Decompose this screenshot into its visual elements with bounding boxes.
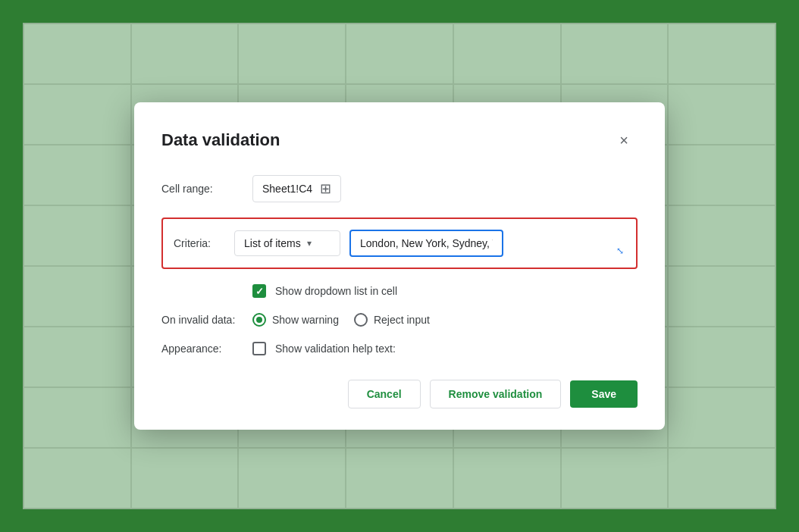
criteria-label: Criteria: xyxy=(174,237,225,249)
radio-group: Show warning Reject input xyxy=(252,313,430,327)
radio-empty-icon xyxy=(354,313,368,327)
criteria-section: Criteria: List of items ▾ ⤡ xyxy=(161,217,638,269)
radio-reject-input-label: Reject input xyxy=(374,314,430,326)
appearance-label: Appearance: xyxy=(161,343,252,355)
remove-validation-button[interactable]: Remove validation xyxy=(430,380,562,408)
radio-show-warning-label: Show warning xyxy=(272,314,339,326)
radio-reject-input[interactable]: Reject input xyxy=(354,313,430,327)
checkmark-icon: ✓ xyxy=(255,286,264,297)
cell-range-value: Sheet1!C4 xyxy=(262,183,312,195)
modal-title: Data validation xyxy=(161,130,280,150)
radio-filled-icon xyxy=(252,313,266,327)
cell-range-row: Cell range: Sheet1!C4 ⊞ xyxy=(161,175,638,202)
cancel-button[interactable]: Cancel xyxy=(348,380,421,408)
show-dropdown-row: ✓ Show dropdown list in cell xyxy=(161,284,638,298)
appearance-row: Appearance: Show validation help text: xyxy=(161,342,638,355)
show-dropdown-checkbox[interactable]: ✓ xyxy=(252,284,266,298)
criteria-text-input[interactable] xyxy=(349,230,503,257)
appearance-checkbox-label: Show validation help text: xyxy=(275,343,396,355)
on-invalid-label: On invalid data: xyxy=(161,314,252,326)
appearance-checkbox[interactable] xyxy=(252,342,266,355)
grid-select-icon[interactable]: ⊞ xyxy=(320,180,331,197)
close-button[interactable]: × xyxy=(610,127,638,154)
radio-show-warning[interactable]: Show warning xyxy=(252,313,339,327)
criteria-dropdown[interactable]: List of items ▾ xyxy=(234,230,340,256)
resize-handle-icon: ⤡ xyxy=(616,246,624,255)
chevron-down-icon: ▾ xyxy=(307,238,312,249)
modal-footer: Cancel Remove validation Save xyxy=(161,380,638,408)
data-validation-dialog: Data validation × Cell range: Sheet1!C4 … xyxy=(134,102,665,430)
save-button[interactable]: Save xyxy=(570,380,638,408)
on-invalid-row: On invalid data: Show warning Reject inp… xyxy=(161,313,638,327)
radio-inner-dot xyxy=(256,317,262,323)
criteria-text-wrapper: ⤡ xyxy=(349,230,625,257)
cell-range-input[interactable]: Sheet1!C4 ⊞ xyxy=(252,175,341,202)
modal-header: Data validation × xyxy=(161,127,638,154)
cell-range-label: Cell range: xyxy=(161,183,252,195)
criteria-dropdown-label: List of items xyxy=(244,237,301,249)
show-dropdown-label: Show dropdown list in cell xyxy=(275,285,397,297)
